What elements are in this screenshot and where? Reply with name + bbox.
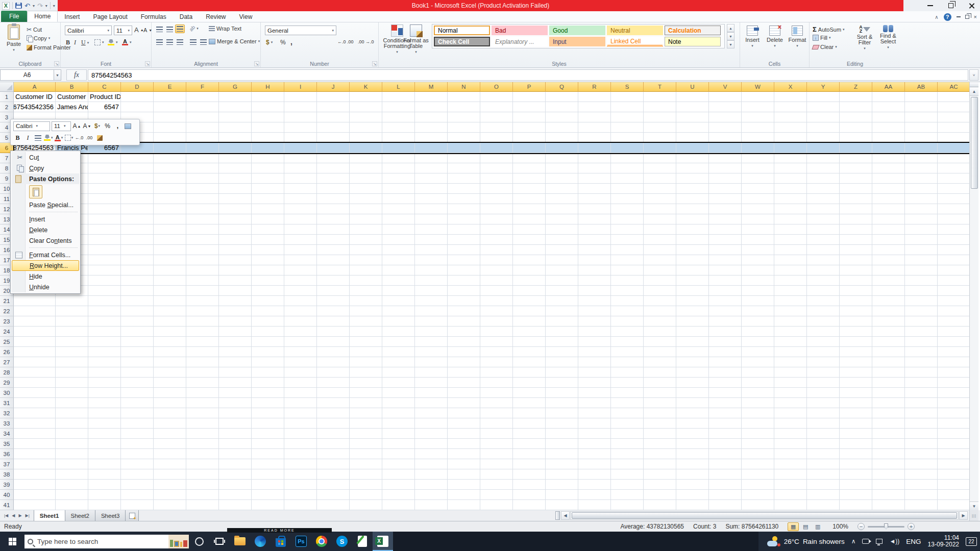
cell-w8[interactable]	[742, 163, 774, 173]
cell-f6[interactable]	[186, 143, 219, 153]
cell-z36[interactable]	[840, 449, 872, 459]
cell-i13[interactable]	[284, 214, 317, 224]
cell-o5[interactable]	[480, 133, 513, 143]
cell-m3[interactable]	[415, 112, 448, 122]
cell-ac23[interactable]	[938, 316, 969, 327]
cell-s25[interactable]	[611, 337, 644, 347]
cell-o39[interactable]	[480, 480, 513, 490]
cell-x29[interactable]	[774, 378, 807, 388]
cell-y2[interactable]	[807, 102, 840, 112]
vertical-scroll-thumb[interactable]	[971, 97, 978, 189]
cell-j33[interactable]	[317, 418, 350, 429]
cell-y4[interactable]	[807, 122, 840, 133]
cell-u2[interactable]	[676, 102, 709, 112]
cell-n39[interactable]	[448, 480, 480, 490]
cell-v31[interactable]	[709, 398, 742, 408]
accounting-format-button[interactable]: $▾	[266, 39, 273, 46]
cell-f11[interactable]	[186, 194, 219, 204]
horizontal-scroll-thumb[interactable]	[572, 512, 957, 519]
cell-v40[interactable]	[709, 490, 742, 500]
cell-ac19[interactable]	[938, 276, 969, 286]
column-header-r[interactable]: R	[578, 82, 611, 92]
cell-o40[interactable]	[480, 490, 513, 500]
cell-aa12[interactable]	[872, 204, 905, 214]
cell-p40[interactable]	[513, 490, 546, 500]
cell-p8[interactable]	[513, 163, 546, 173]
cell-ab8[interactable]	[905, 163, 938, 173]
cell-ab3[interactable]	[905, 112, 938, 122]
cell-l29[interactable]	[382, 378, 415, 388]
cell-m19[interactable]	[415, 276, 448, 286]
cell-ac2[interactable]	[938, 102, 969, 112]
cell-b37[interactable]	[56, 459, 88, 469]
cell-y3[interactable]	[807, 112, 840, 122]
top-align-button[interactable]	[155, 25, 164, 34]
cell-u31[interactable]	[676, 398, 709, 408]
cell-z21[interactable]	[840, 296, 872, 306]
cell-k25[interactable]	[350, 337, 382, 347]
cell-k39[interactable]	[350, 480, 382, 490]
cell-l4[interactable]	[382, 122, 415, 133]
cell-aa19[interactable]	[872, 276, 905, 286]
cell-d23[interactable]	[121, 316, 154, 327]
merge-center-button[interactable]: Merge & Center▾	[209, 38, 260, 44]
cell-m37[interactable]	[415, 459, 448, 469]
cell-q40[interactable]	[546, 490, 578, 500]
cell-k38[interactable]	[350, 469, 382, 480]
cell-ab21[interactable]	[905, 296, 938, 306]
cell-v15[interactable]	[709, 235, 742, 245]
cell-r4[interactable]	[578, 122, 611, 133]
cell-q21[interactable]	[546, 296, 578, 306]
first-sheet-button[interactable]: |◀	[4, 513, 8, 518]
cell-o14[interactable]	[480, 224, 513, 235]
cell-i3[interactable]	[284, 112, 317, 122]
cell-g38[interactable]	[219, 469, 252, 480]
cell-z25[interactable]	[840, 337, 872, 347]
cell-w20[interactable]	[742, 286, 774, 296]
cell-ab32[interactable]	[905, 408, 938, 418]
cell-h11[interactable]	[252, 194, 284, 204]
last-sheet-button[interactable]: ▶|	[26, 513, 30, 518]
cell-z26[interactable]	[840, 347, 872, 357]
cell-w3[interactable]	[742, 112, 774, 122]
cell-d36[interactable]	[121, 449, 154, 459]
cell-i27[interactable]	[284, 357, 317, 367]
collapse-ribbon-icon[interactable]: ∧	[935, 14, 938, 20]
cell-ab34[interactable]	[905, 429, 938, 439]
cell-i38[interactable]	[284, 469, 317, 480]
sheet-tab-sheet3[interactable]: Sheet3	[95, 510, 126, 521]
cell-h39[interactable]	[252, 480, 284, 490]
borders-button[interactable]: ▾	[94, 39, 104, 45]
cell-c7[interactable]	[88, 153, 121, 163]
cell-n13[interactable]	[448, 214, 480, 224]
cell-s41[interactable]	[611, 500, 644, 510]
mini-borders-button[interactable]: ▾	[65, 133, 74, 143]
cell-f8[interactable]	[186, 163, 219, 173]
cell-p14[interactable]	[513, 224, 546, 235]
cell-i12[interactable]	[284, 204, 317, 214]
cell-v12[interactable]	[709, 204, 742, 214]
cell-n22[interactable]	[448, 306, 480, 316]
cell-e3[interactable]	[154, 112, 186, 122]
cell-r14[interactable]	[578, 224, 611, 235]
file-explorer-button[interactable]	[230, 532, 250, 551]
cell-r12[interactable]	[578, 204, 611, 214]
mini-merge-button[interactable]	[124, 121, 132, 131]
cell-z5[interactable]	[840, 133, 872, 143]
cell-j4[interactable]	[317, 122, 350, 133]
cell-y12[interactable]	[807, 204, 840, 214]
format-cells-button[interactable]: Format▾	[787, 26, 807, 48]
cell-f10[interactable]	[186, 184, 219, 194]
cell-w21[interactable]	[742, 296, 774, 306]
increase-decimal-button[interactable]: ←.0 .00	[337, 39, 354, 44]
workbook-restore-button[interactable]	[965, 15, 969, 19]
cell-c38[interactable]	[88, 469, 121, 480]
cell-b22[interactable]	[56, 306, 88, 316]
column-header-ac[interactable]: AC	[938, 82, 969, 92]
cell-s11[interactable]	[611, 194, 644, 204]
cell-f34[interactable]	[186, 429, 219, 439]
cell-r5[interactable]	[578, 133, 611, 143]
cell-b28[interactable]	[56, 367, 88, 378]
cell-e37[interactable]	[154, 459, 186, 469]
cell-p4[interactable]	[513, 122, 546, 133]
